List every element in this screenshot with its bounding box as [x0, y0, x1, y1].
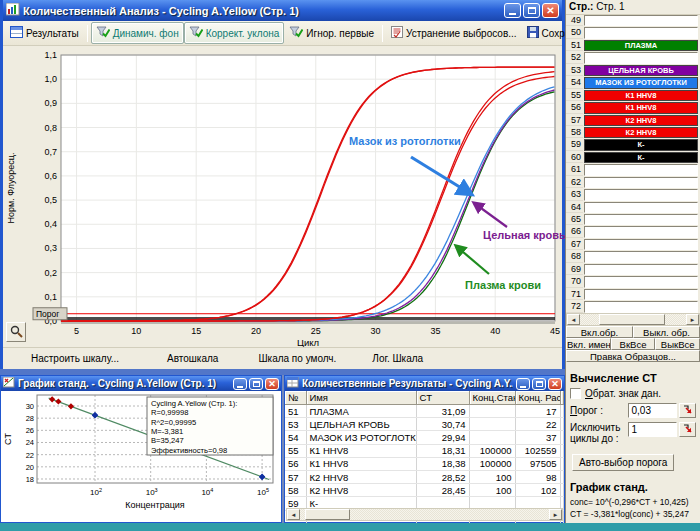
sample-row-51[interactable]: 51ПЛАЗМА — [566, 39, 700, 51]
maximize-button[interactable] — [532, 378, 546, 390]
empty-sample-bar[interactable] — [584, 264, 698, 275]
sample-row-70[interactable]: 70 — [566, 275, 700, 287]
table-row[interactable]: 53ЦЕЛЬНАЯ КРОВЬ30,7422 — [285, 418, 564, 431]
scale-button-1[interactable]: Настроить шкалу... — [25, 351, 125, 366]
empty-sample-bar[interactable] — [584, 164, 698, 175]
page-selector[interactable]: Стр.: Стр. 1 — [566, 0, 700, 15]
sample-row-72[interactable]: 72 — [566, 300, 700, 312]
sample-bar[interactable]: К1 HHV8 — [584, 90, 698, 101]
sample-row-57[interactable]: 57К2 HHV8 — [566, 114, 700, 126]
main-window-titlebar[interactable]: Количественный Анализ - Cycling A.Yellow… — [3, 0, 562, 21]
zoom-tool-button[interactable] — [6, 322, 26, 342]
toolbar-button-2[interactable]: Динамич. фон — [91, 22, 184, 44]
table-row[interactable]: 58К2 HHV828,45100102 — [285, 484, 564, 497]
column-header[interactable]: Имя — [306, 391, 416, 405]
std-window-titlebar[interactable]: График станд. - Cycling A.Yellow (Стр. 1… — [1, 376, 281, 391]
empty-sample-bar[interactable] — [584, 214, 698, 225]
scroll-left-icon[interactable]: ◄ — [567, 314, 580, 325]
minimize-button[interactable] — [516, 378, 530, 390]
table-row[interactable]: 51ПЛАЗМА31,0917 — [285, 405, 564, 418]
scroll-left-icon[interactable]: ◄ — [287, 509, 300, 520]
disable-sample-button[interactable]: Выкл. обр. — [633, 326, 700, 338]
close-button[interactable]: ✕ — [265, 378, 279, 390]
threshold-input[interactable]: 0,03 — [628, 403, 678, 418]
toolbar-button-5[interactable]: Устранение выбросов... — [386, 22, 522, 44]
sample-row-55[interactable]: 55К1 HHV8 — [566, 89, 700, 101]
sample-row-52[interactable]: 52 — [566, 51, 700, 63]
sample-row-62[interactable]: 62 — [566, 176, 700, 188]
column-header[interactable]: № — [285, 391, 306, 405]
exclude-apply-button[interactable] — [679, 422, 696, 437]
table-row[interactable]: 57К2 HHV828,5210098 — [285, 470, 564, 483]
empty-sample-bar[interactable] — [584, 301, 698, 312]
column-header[interactable]: Конц.Станд — [469, 391, 515, 405]
empty-sample-bar[interactable] — [584, 251, 698, 262]
toolbar-button-1[interactable]: Результаты — [5, 22, 84, 44]
sample-row-60[interactable]: 60К- — [566, 151, 700, 163]
enable-sample-button[interactable]: Вкл.обр. — [566, 326, 633, 338]
column-header[interactable]: CT — [416, 391, 469, 405]
sample-bar[interactable]: К1 HHV8 — [584, 102, 698, 113]
sample-row-69[interactable]: 69 — [566, 263, 700, 275]
disable-all-button[interactable]: ВыкВсе — [655, 338, 700, 350]
empty-sample-bar[interactable] — [584, 52, 698, 63]
sample-list-scrollbar[interactable]: ◄ ► — [566, 313, 700, 326]
sample-row-54[interactable]: 54МАЗОК ИЗ РОТОГЛОТКИ — [566, 76, 700, 88]
sample-row-56[interactable]: 56К1 HHV8 — [566, 101, 700, 113]
enable-named-button[interactable]: Вкл. имен. — [566, 338, 611, 350]
results-table-scrollbar[interactable]: ◄ ► — [286, 508, 563, 521]
empty-sample-bar[interactable] — [584, 239, 698, 250]
sample-bar[interactable]: ЦЕЛЬНАЯ КРОВЬ — [584, 65, 698, 76]
sample-bar[interactable]: К2 HHV8 — [584, 127, 698, 138]
sample-row-71[interactable]: 71 — [566, 288, 700, 300]
column-header[interactable] — [560, 391, 564, 405]
toolbar-button-3[interactable]: Коррект. уклона — [184, 22, 285, 44]
sample-row-59[interactable]: 59К- — [566, 138, 700, 150]
empty-sample-bar[interactable] — [584, 289, 698, 300]
sample-bar[interactable]: К- — [584, 152, 698, 163]
sample-row-67[interactable]: 67 — [566, 238, 700, 250]
sample-row-50[interactable]: 50 — [566, 26, 700, 38]
table-row[interactable]: 55К1 HHV818,31100000102559 — [285, 444, 564, 457]
scale-button-4[interactable]: Лог. Шкала — [366, 351, 429, 366]
table-row[interactable]: 56К1 HHV818,3810000097505 — [285, 457, 564, 470]
minimize-button[interactable] — [233, 378, 247, 390]
exclude-cycles-input[interactable]: 1 — [628, 422, 678, 437]
close-button[interactable]: ✕ — [542, 3, 559, 18]
scroll-right-icon[interactable]: ► — [549, 509, 562, 520]
empty-sample-bar[interactable] — [584, 202, 698, 213]
scale-button-3[interactable]: Шкала по умолч. — [252, 351, 342, 366]
sample-bar[interactable]: К- — [584, 139, 698, 150]
auto-threshold-button[interactable]: Авто-выбор порога — [572, 454, 674, 471]
invert-sign-checkbox-row[interactable]: Обрат. знак дан. — [570, 388, 696, 399]
maximize-button[interactable] — [523, 3, 540, 18]
close-button[interactable]: ✕ — [548, 378, 562, 390]
empty-sample-bar[interactable] — [584, 226, 698, 237]
scale-button-2[interactable]: Автошкала — [161, 351, 224, 366]
invert-sign-checkbox[interactable] — [570, 388, 581, 399]
column-header[interactable]: Конц. Расч. — [515, 391, 560, 405]
toolbar-button-4[interactable]: Игнор. первые — [284, 22, 379, 44]
amplification-chart[interactable]: 510152025303540450,00,10,20,30,40,50,60,… — [3, 45, 565, 347]
empty-sample-bar[interactable] — [584, 189, 698, 200]
sample-bar[interactable]: К2 HHV8 — [584, 115, 698, 126]
enable-all-button[interactable]: ВкВсе — [611, 338, 656, 350]
empty-sample-bar[interactable] — [584, 27, 698, 38]
sample-row-65[interactable]: 65 — [566, 213, 700, 225]
sample-bar[interactable]: ПЛАЗМА — [584, 40, 698, 51]
sample-row-68[interactable]: 68 — [566, 250, 700, 262]
standard-curve-chart[interactable]: 18202224262830102103104105КонцентрацияCT… — [1, 391, 281, 522]
maximize-button[interactable] — [249, 378, 263, 390]
empty-sample-bar[interactable] — [584, 15, 698, 26]
empty-sample-bar[interactable] — [584, 177, 698, 188]
sample-row-66[interactable]: 66 — [566, 225, 700, 237]
minimize-button[interactable] — [504, 3, 521, 18]
sample-row-49[interactable]: 49 — [566, 14, 700, 26]
sample-row-63[interactable]: 63 — [566, 188, 700, 200]
empty-sample-bar[interactable] — [584, 276, 698, 287]
threshold-apply-button[interactable] — [679, 403, 696, 418]
scroll-right-icon[interactable]: ► — [686, 314, 699, 325]
sample-row-58[interactable]: 58К2 HHV8 — [566, 126, 700, 138]
results-window-titlebar[interactable]: Количественные Результаты - Cycling A.Y.… — [285, 376, 564, 391]
sample-bar[interactable]: МАЗОК ИЗ РОТОГЛОТКИ — [584, 77, 698, 88]
